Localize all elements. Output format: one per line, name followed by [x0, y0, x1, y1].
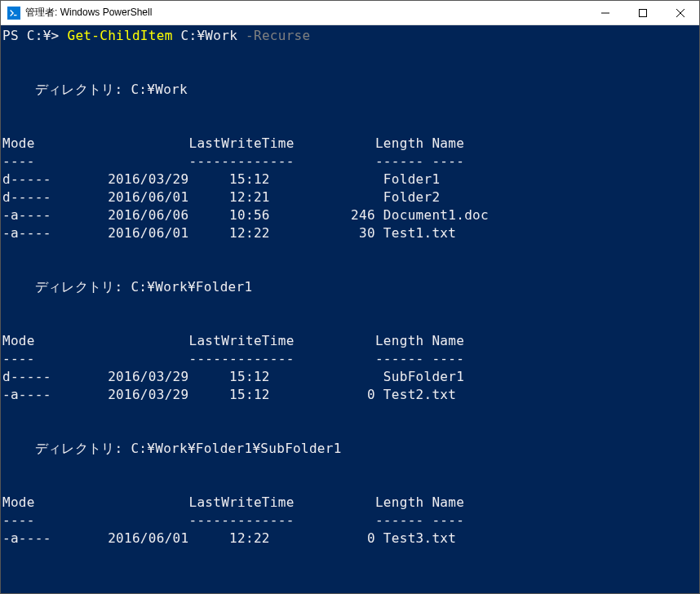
blank-line: [2, 260, 699, 278]
table-row: d----- 2016/03/29 15:12 SubFolder1: [2, 368, 699, 386]
blank-line: [2, 296, 699, 314]
table-row: -a---- 2016/06/01 12:22 30 Test1.txt: [2, 224, 699, 242]
directory-header: ディレクトリ: C:¥Work: [2, 81, 699, 99]
blank-line: [2, 117, 699, 135]
powershell-window: 管理者: Windows PowerShell PS C:¥> Get-Chil…: [0, 0, 700, 594]
table-dashes: ---- ------------- ------ ----: [2, 153, 699, 171]
blank-line: [2, 458, 699, 476]
directory-label: ディレクトリ:: [35, 279, 123, 295]
blank-line: [2, 404, 699, 422]
table-header: Mode LastWriteTime Length Name: [2, 135, 699, 153]
window-title: 管理者: Windows PowerShell: [25, 6, 152, 20]
blank-line: [2, 476, 699, 494]
table-row: d----- 2016/06/01 12:21 Folder2: [2, 188, 699, 206]
prompt-line: PS C:¥> Get-ChildItem C:¥Work -Recurse: [2, 27, 699, 45]
cmd-flag: -Recurse: [246, 27, 310, 45]
close-button[interactable]: [662, 1, 699, 25]
svg-rect-1: [640, 9, 647, 16]
minimize-button[interactable]: [587, 1, 624, 25]
table-dashes: ---- ------------- ------ ----: [2, 350, 699, 368]
directory-path: C:¥Work: [131, 82, 188, 97]
cmd-arg: C:¥Work: [173, 27, 246, 45]
cmdlet-name: Get-ChildItem: [67, 27, 172, 45]
maximize-button[interactable]: [624, 1, 662, 25]
directory-path: C:¥Work¥Folder1¥SubFolder1: [131, 441, 341, 456]
table-row: -a---- 2016/03/29 15:12 0 Test2.txt: [2, 386, 699, 404]
powershell-icon: [7, 7, 20, 20]
directory-header: ディレクトリ: C:¥Work¥Folder1: [2, 278, 699, 296]
table-row: -a---- 2016/06/06 10:56 246 Document1.do…: [2, 206, 699, 224]
prompt-prefix: PS C:¥>: [2, 27, 67, 45]
titlebar[interactable]: 管理者: Windows PowerShell: [1, 1, 699, 25]
table-row: -a---- 2016/06/01 12:22 0 Test3.txt: [2, 530, 699, 547]
blank-line: [2, 99, 699, 117]
directory-path: C:¥Work¥Folder1: [131, 279, 252, 295]
blank-line: [2, 422, 699, 440]
blank-line: [2, 314, 699, 332]
directory-label: ディレクトリ:: [35, 82, 123, 97]
table-row: d----- 2016/03/29 15:12 Folder1: [2, 171, 699, 188]
table-header: Mode LastWriteTime Length Name: [2, 494, 699, 512]
directory-label: ディレクトリ:: [35, 441, 123, 456]
blank-line: [2, 242, 699, 260]
blank-line: [2, 63, 699, 81]
blank-line: [2, 45, 699, 63]
table-header: Mode LastWriteTime Length Name: [2, 332, 699, 350]
directory-header: ディレクトリ: C:¥Work¥Folder1¥SubFolder1: [2, 440, 699, 458]
table-dashes: ---- ------------- ------ ----: [2, 512, 699, 530]
terminal-area[interactable]: PS C:¥> Get-ChildItem C:¥Work -Recurse デ…: [1, 25, 699, 593]
